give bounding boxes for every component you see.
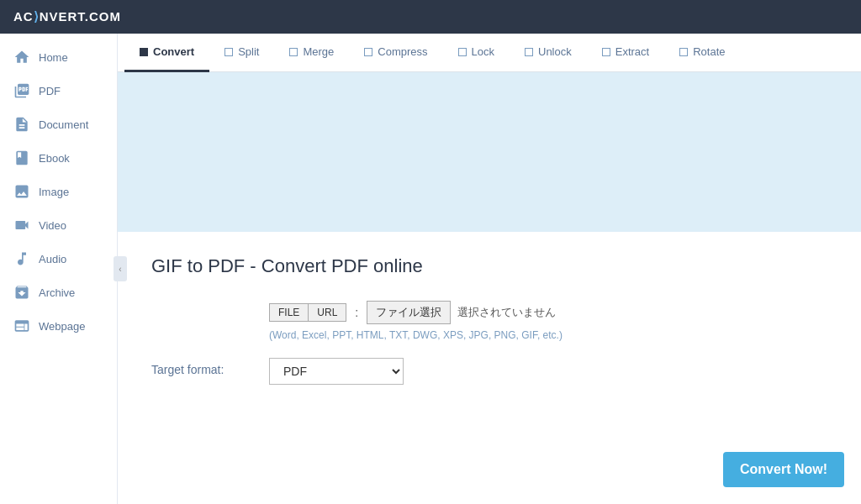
image-icon [13, 183, 30, 200]
document-icon [13, 116, 30, 133]
tab-unlock[interactable]: Unlock [510, 34, 587, 72]
sidebar-label-pdf: PDF [39, 85, 61, 97]
tab-lock[interactable]: Lock [443, 34, 510, 72]
sidebar-item-image[interactable]: Image [0, 175, 117, 208]
tab-split[interactable]: Split [209, 34, 274, 72]
tab-merge-label: Merge [303, 45, 334, 58]
file-button[interactable]: FILE [269, 303, 309, 322]
webpage-icon [13, 318, 30, 334]
sidebar-item-video[interactable]: Video [0, 208, 117, 242]
convert-now-button[interactable]: Convert Now! [723, 452, 844, 487]
url-button[interactable]: URL [309, 303, 346, 322]
compress-tab-icon [364, 48, 372, 56]
split-tab-icon [224, 48, 233, 56]
tab-split-label: Split [238, 45, 259, 58]
file-input-wrapper: ファイル選択 選択されていません [367, 301, 556, 324]
extract-tab-icon [602, 48, 610, 56]
sidebar-item-audio[interactable]: Audio [0, 242, 117, 276]
header: AC⟩NVERT.COM [0, 0, 861, 34]
sidebar-item-document[interactable]: Document [0, 108, 117, 141]
file-url-buttons: FILE URL : ファイル選択 選択されていません [269, 301, 563, 324]
tab-merge[interactable]: Merge [274, 34, 349, 72]
home-icon [13, 49, 30, 66]
tab-convert-label: Convert [153, 45, 194, 58]
sidebar-item-archive[interactable]: Archive [0, 276, 117, 309]
sidebar-label-audio: Audio [39, 253, 66, 265]
tabs-bar: Convert Split Merge Compress Lock Unlock [118, 34, 861, 72]
tab-rotate-label: Rotate [693, 45, 725, 58]
form-label-empty [151, 301, 269, 306]
tab-convert[interactable]: Convert [124, 34, 209, 72]
unlock-tab-icon [525, 48, 533, 56]
tab-unlock-label: Unlock [538, 45, 572, 58]
pdf-icon [13, 82, 30, 99]
sidebar-item-pdf[interactable]: PDF [0, 74, 117, 108]
target-format-label: Target format: [151, 358, 269, 376]
tab-lock-label: Lock [472, 45, 494, 58]
logo: AC⟩NVERT.COM [13, 9, 121, 24]
audio-icon [13, 250, 30, 267]
sidebar-label-home: Home [39, 51, 68, 64]
colon-separator: : [346, 302, 367, 323]
choose-file-button[interactable]: ファイル選択 [367, 301, 451, 324]
layout: Home PDF Document Ebook Image [0, 34, 861, 504]
sidebar-label-ebook: Ebook [39, 152, 70, 165]
ebook-icon [13, 150, 30, 166]
tab-rotate[interactable]: Rotate [664, 34, 740, 72]
logo-arrow: ⟩ [34, 9, 40, 24]
tab-compress-label: Compress [378, 45, 427, 58]
sidebar-item-webpage[interactable]: Webpage [0, 309, 117, 343]
ad-banner [118, 72, 861, 232]
sidebar-item-ebook[interactable]: Ebook [0, 141, 117, 175]
no-file-chosen-text: 選択されていません [457, 305, 556, 320]
content-area: GIF to PDF - Convert PDF online FILE URL… [118, 232, 861, 425]
file-input-row: FILE URL : ファイル選択 選択されていません (Word, Excel… [151, 301, 834, 341]
tab-extract-label: Extract [615, 45, 649, 58]
sidebar-toggle[interactable]: ‹ [114, 256, 127, 281]
sidebar-item-home[interactable]: Home [0, 40, 117, 74]
target-format-controls: PDF DOC DOCX JPG PNG TXT [269, 358, 404, 385]
video-icon [13, 217, 30, 234]
sidebar-label-document: Document [39, 118, 88, 131]
file-hint-text: (Word, Excel, PPT, HTML, TXT, DWG, XPS, … [269, 329, 563, 341]
tab-extract[interactable]: Extract [587, 34, 664, 72]
tab-compress[interactable]: Compress [349, 34, 442, 72]
main-content: Convert Split Merge Compress Lock Unlock [118, 34, 861, 504]
sidebar: Home PDF Document Ebook Image [0, 34, 118, 504]
file-url-group: FILE URL : ファイル選択 選択されていません (Word, Excel… [269, 301, 563, 341]
sidebar-label-webpage: Webpage [39, 320, 85, 333]
sidebar-label-video: Video [39, 219, 66, 232]
page-title: GIF to PDF - Convert PDF online [151, 255, 834, 277]
target-format-row: Target format: PDF DOC DOCX JPG PNG TXT [151, 358, 834, 385]
convert-tab-icon [140, 48, 148, 56]
merge-tab-icon [289, 48, 298, 56]
archive-icon [13, 284, 30, 301]
lock-tab-icon [458, 48, 467, 56]
sidebar-label-archive: Archive [39, 286, 75, 299]
sidebar-label-image: Image [39, 186, 69, 198]
rotate-tab-icon [679, 48, 688, 56]
target-format-select[interactable]: PDF DOC DOCX JPG PNG TXT [269, 358, 404, 385]
